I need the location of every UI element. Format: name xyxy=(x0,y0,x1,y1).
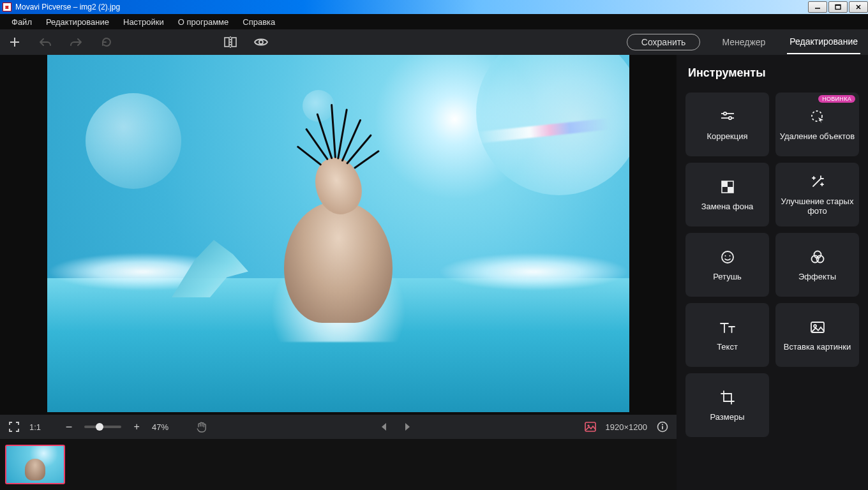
svg-point-14 xyxy=(662,424,663,425)
tool-label: Замена фона xyxy=(701,202,754,211)
svg-rect-8 xyxy=(232,38,236,47)
tool-object-removal[interactable]: НОВИНКА Удаление объектов xyxy=(775,93,859,156)
preview-eye-icon[interactable] xyxy=(254,35,268,49)
tool-correction[interactable]: Коррекция xyxy=(685,93,769,156)
text-icon xyxy=(719,319,736,336)
tool-effects[interactable]: Эффекты xyxy=(775,233,859,297)
canvas-area: 1:1 − + 47% 1920×1200 xyxy=(0,55,677,490)
fullscreen-icon[interactable] xyxy=(8,420,20,433)
close-button[interactable] xyxy=(849,1,868,13)
tool-retouch[interactable]: Ретушь xyxy=(685,233,769,297)
image-nav xyxy=(377,420,414,433)
pan-hand-icon[interactable] xyxy=(195,420,208,433)
new-badge: НОВИНКА xyxy=(818,95,855,103)
target-cursor-icon xyxy=(809,108,826,125)
tool-label: Улучшение старых фото xyxy=(779,197,855,216)
menu-settings[interactable]: Настройки xyxy=(117,15,170,29)
image-icon xyxy=(809,319,826,336)
redo-icon[interactable] xyxy=(69,35,83,49)
tool-label: Удаление объектов xyxy=(780,131,855,141)
tool-label: Ретушь xyxy=(713,272,742,281)
svg-point-17 xyxy=(723,112,726,114)
svg-rect-15 xyxy=(662,426,663,429)
zoom-slider[interactable] xyxy=(84,426,121,428)
info-icon[interactable] xyxy=(656,420,669,433)
zoom-in-button[interactable]: + xyxy=(130,420,143,433)
image-indicator-icon[interactable] xyxy=(584,420,597,433)
window-title: Movavi Picverse – img2 (2).jpg xyxy=(15,3,120,11)
tool-label: Вставка картинки xyxy=(784,342,851,352)
tool-label: Эффекты xyxy=(798,272,836,281)
crop-icon xyxy=(719,389,736,406)
compare-icon[interactable] xyxy=(223,35,237,49)
zoom-value: 47% xyxy=(152,422,168,432)
thumbnail-selected[interactable] xyxy=(5,445,65,484)
app-icon: ◙ xyxy=(3,3,11,11)
tools-sidebar: Инструменты Коррекция НОВИНКА Удаление о… xyxy=(677,55,868,490)
svg-point-31 xyxy=(814,325,816,327)
main-toolbar: Сохранить Менеджер Редактирование xyxy=(0,29,868,55)
svg-rect-7 xyxy=(225,38,229,47)
zoom-slider-thumb[interactable] xyxy=(96,423,103,431)
canvas-viewport[interactable] xyxy=(0,55,677,415)
menu-edit[interactable]: Редактирование xyxy=(40,15,116,29)
window-titlebar: ◙ Movavi Picverse – img2 (2).jpg xyxy=(0,0,868,14)
svg-point-24 xyxy=(722,251,733,263)
thumbnail-strip xyxy=(0,439,677,490)
sidebar-title: Инструменты xyxy=(685,66,859,80)
prev-image-icon[interactable] xyxy=(377,420,390,433)
svg-rect-22 xyxy=(722,181,728,187)
edited-image xyxy=(47,55,629,412)
tool-label: Размеры xyxy=(710,412,744,422)
undo-icon[interactable] xyxy=(38,35,52,49)
sliders-icon xyxy=(719,108,736,125)
window-controls xyxy=(807,1,868,13)
svg-point-26 xyxy=(729,255,730,256)
menu-about[interactable]: О программе xyxy=(172,15,236,29)
minimize-button[interactable] xyxy=(808,1,827,13)
venn-icon xyxy=(809,249,826,265)
menubar: Файл Редактирование Настройки О программ… xyxy=(0,14,868,29)
save-button[interactable]: Сохранить xyxy=(627,34,701,50)
tool-bg-replace[interactable]: Замена фона xyxy=(685,163,769,226)
checker-icon xyxy=(719,179,736,195)
tool-insert-image[interactable]: Вставка картинки xyxy=(775,303,859,367)
fit-actual-label[interactable]: 1:1 xyxy=(29,422,41,432)
tab-editing[interactable]: Редактирование xyxy=(787,30,860,54)
tool-resize[interactable]: Размеры xyxy=(685,373,769,437)
smile-icon xyxy=(719,249,736,265)
svg-point-25 xyxy=(724,255,726,256)
reset-icon[interactable] xyxy=(100,35,114,49)
tab-manager[interactable]: Менеджер xyxy=(719,31,768,54)
zoom-out-button[interactable]: − xyxy=(63,420,75,433)
svg-point-19 xyxy=(728,116,731,119)
next-image-icon[interactable] xyxy=(401,420,414,433)
magic-wand-icon xyxy=(809,174,826,190)
menu-file[interactable]: Файл xyxy=(5,15,38,29)
tool-text[interactable]: Текст xyxy=(685,303,769,367)
tool-old-photo[interactable]: Улучшение старых фото xyxy=(775,163,859,226)
maximize-button[interactable] xyxy=(828,1,848,13)
svg-rect-23 xyxy=(728,187,733,193)
svg-point-10 xyxy=(259,40,263,44)
tool-label: Текст xyxy=(717,342,738,352)
main-area: 1:1 − + 47% 1920×1200 xyxy=(0,55,868,490)
bottom-controls: 1:1 − + 47% 1920×1200 xyxy=(0,415,677,439)
image-dimensions: 1920×1200 xyxy=(606,422,647,432)
menu-help[interactable]: Справка xyxy=(236,15,281,29)
tool-label: Коррекция xyxy=(707,131,748,141)
add-icon[interactable] xyxy=(8,35,22,49)
